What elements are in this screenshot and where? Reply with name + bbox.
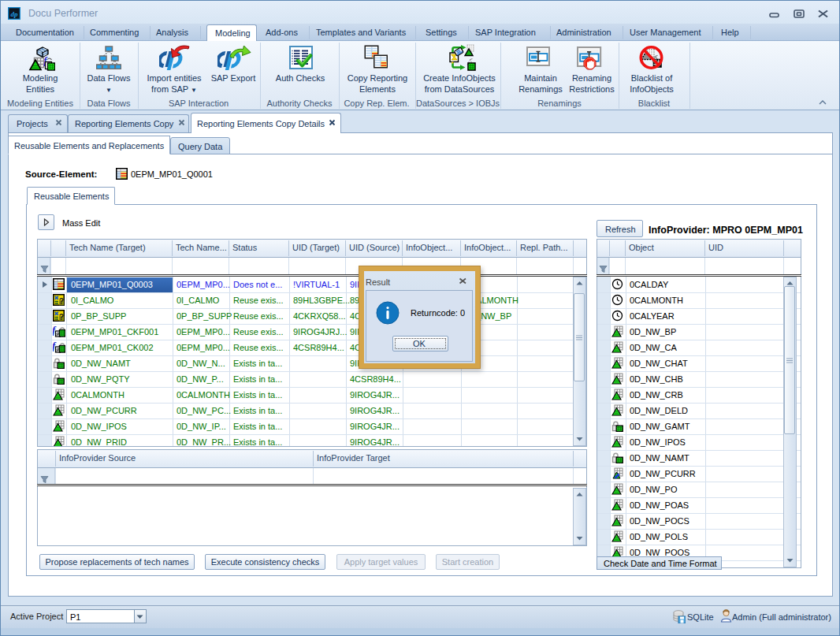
svg-text:dp: dp [11,10,19,18]
svg-text:?: ? [59,313,64,322]
svg-text:?: ? [59,297,64,306]
